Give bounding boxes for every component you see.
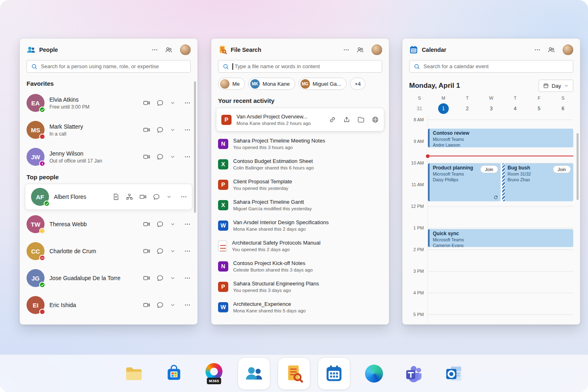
calendar-more-options-button[interactable] bbox=[534, 47, 541, 53]
video-call-button[interactable] bbox=[143, 220, 150, 228]
share-button[interactable] bbox=[343, 116, 350, 123]
event-product-planning[interactable]: Product planning Microsoft Teams Daisy P… bbox=[428, 163, 501, 201]
more-actions-button[interactable] bbox=[184, 100, 191, 106]
day-number[interactable]: 5 bbox=[534, 103, 544, 114]
day-number[interactable]: 31 bbox=[414, 103, 425, 114]
chat-button[interactable] bbox=[156, 126, 164, 134]
filter-chip-more-people[interactable]: +4 bbox=[350, 78, 366, 90]
video-call-button[interactable] bbox=[143, 301, 150, 309]
day-view-grid[interactable]: 8 AM 9 AM 10 AM 11 AM 12 PM 1 PM 2 PM 3 … bbox=[403, 116, 580, 324]
video-call-button[interactable] bbox=[143, 99, 150, 107]
taskbar-file-search-app[interactable] bbox=[278, 358, 310, 390]
video-call-button[interactable] bbox=[143, 247, 150, 255]
view-selector-day-button[interactable]: Day bbox=[539, 80, 573, 92]
filter-chip-me[interactable]: Me bbox=[218, 78, 245, 90]
expand-chevron-button[interactable] bbox=[166, 194, 172, 200]
video-call-button[interactable] bbox=[143, 126, 150, 134]
chat-button[interactable] bbox=[156, 220, 164, 228]
join-meeting-button[interactable]: Join bbox=[553, 165, 571, 173]
person-row-jose-guadalupe-de-la-torre[interactable]: JG Jose Guadalupe De la Torre bbox=[20, 265, 197, 292]
person-row-eric-ishida[interactable]: EI Eric Ishida bbox=[20, 292, 197, 318]
day-number[interactable]: 6 bbox=[558, 103, 568, 114]
event-quick-sync[interactable]: Quick sync Microsoft Teams Cameron Evans bbox=[428, 229, 573, 247]
file-row-client-proposal-template[interactable]: P Client Proposal Template You opened th… bbox=[212, 174, 389, 195]
file-row-contoso-budget-sheet[interactable]: X Contoso Budget Estimation Sheet Colin … bbox=[212, 154, 389, 174]
video-call-button[interactable] bbox=[139, 193, 147, 200]
more-actions-button[interactable] bbox=[184, 248, 191, 254]
file-search-more-options-button[interactable] bbox=[343, 47, 350, 53]
chat-button[interactable] bbox=[156, 247, 164, 255]
day-number[interactable]: 2 bbox=[462, 103, 472, 114]
file-row-van-arsdel-project-overview[interactable]: P Van Arsdel Project Overview... Mona Ka… bbox=[216, 108, 384, 131]
week-day-friday[interactable]: F 5 bbox=[527, 96, 551, 114]
taskbar-edge-browser[interactable] bbox=[358, 358, 390, 390]
file-row-sahara-timeline-gantt[interactable]: X Sahara Project Timeline Gantt Miguel G… bbox=[212, 195, 389, 215]
more-actions-button[interactable] bbox=[184, 275, 191, 281]
copy-link-button[interactable] bbox=[329, 116, 336, 123]
week-day-tuesday[interactable]: T 2 bbox=[455, 96, 479, 114]
people-search-input[interactable] bbox=[41, 63, 186, 69]
more-actions-button[interactable] bbox=[184, 127, 191, 133]
chat-button[interactable] bbox=[156, 301, 164, 309]
day-number-selected[interactable]: 1 bbox=[438, 103, 449, 114]
user-avatar[interactable] bbox=[563, 45, 573, 55]
taskbar-m365-app[interactable]: M365 bbox=[198, 358, 230, 390]
week-day-wednesday[interactable]: W 3 bbox=[479, 96, 503, 114]
taskbar-microsoft-store[interactable] bbox=[158, 358, 190, 390]
calendar-search-input[interactable] bbox=[423, 63, 569, 69]
person-row-albert-flores[interactable]: AF Albert Flores bbox=[25, 184, 192, 210]
chat-button[interactable] bbox=[156, 99, 164, 107]
filter-chip-miguel-garcia[interactable]: MG Miguel Ga... bbox=[298, 78, 347, 90]
file-row-safety-protocols-manual[interactable]: Architectural Safety Protocols Manual Yo… bbox=[212, 236, 389, 256]
taskbar-calendar-app[interactable] bbox=[318, 358, 350, 390]
expand-chevron-button[interactable] bbox=[170, 127, 176, 133]
person-row-mark-slattery[interactable]: MS Mark Slattery In a call bbox=[20, 116, 197, 143]
profile-document-button[interactable] bbox=[112, 193, 120, 200]
expand-chevron-button[interactable] bbox=[170, 221, 176, 227]
file-row-sahara-engineering-plans[interactable]: P Sahara Structural Engineering Plans Yo… bbox=[212, 276, 389, 297]
taskbar-outlook[interactable] bbox=[438, 358, 470, 390]
event-contoso-review[interactable]: Contoso review Microsoft Teams Andre Law… bbox=[428, 129, 573, 147]
week-day-thursday[interactable]: T 4 bbox=[503, 96, 527, 114]
file-row-sahara-meeting-notes[interactable]: N Sahara Project Timeline Meeting Notes … bbox=[212, 134, 389, 154]
org-chart-button[interactable] bbox=[126, 193, 133, 200]
chat-button[interactable] bbox=[156, 274, 164, 282]
more-actions-button[interactable] bbox=[180, 194, 187, 200]
calendar-scrollbar[interactable] bbox=[577, 133, 579, 200]
video-call-button[interactable] bbox=[143, 153, 150, 160]
chat-button[interactable] bbox=[156, 153, 164, 160]
file-row-van-arsdel-interior-specs[interactable]: W Van Arsdel Interior Design Specificati… bbox=[212, 215, 389, 236]
open-in-browser-button[interactable] bbox=[372, 116, 379, 123]
day-number[interactable]: 3 bbox=[486, 103, 497, 114]
week-day-sunday[interactable]: S 31 bbox=[408, 96, 432, 114]
file-row-architecture-experience[interactable]: W Architecture_Experience Mona Kane shar… bbox=[212, 297, 389, 317]
day-number[interactable]: 4 bbox=[510, 103, 521, 114]
person-row-jenny-wilson[interactable]: JW Jenny Wilson Out of office until 17 J… bbox=[20, 143, 197, 170]
event-bug-bush[interactable]: Bug bush Room 31/32 Bruno Zhao Join bbox=[502, 163, 573, 201]
expand-chevron-button[interactable] bbox=[170, 154, 176, 160]
expand-chevron-button[interactable] bbox=[170, 275, 176, 281]
open-folder-button[interactable] bbox=[357, 116, 365, 123]
user-avatar[interactable] bbox=[180, 45, 191, 55]
filter-chip-mona-kane[interactable]: MK Mona Kane bbox=[248, 78, 295, 90]
taskbar-teams[interactable] bbox=[398, 358, 430, 390]
taskbar-people-app[interactable] bbox=[238, 358, 270, 390]
taskbar-file-explorer[interactable] bbox=[118, 358, 150, 390]
file-search-people-button[interactable] bbox=[356, 46, 364, 53]
more-actions-button[interactable] bbox=[184, 154, 191, 160]
expand-chevron-button[interactable] bbox=[170, 248, 176, 254]
week-day-monday[interactable]: M 1 bbox=[432, 96, 456, 114]
people-directory-button[interactable] bbox=[165, 46, 172, 53]
file-search-input[interactable] bbox=[235, 63, 378, 69]
file-row-contoso-kickoff-notes[interactable]: N Contoso Project Kick-off Notes Celeste… bbox=[212, 256, 389, 276]
week-day-saturday[interactable]: S 6 bbox=[551, 96, 575, 114]
calendar-people-button[interactable] bbox=[548, 46, 555, 53]
expand-chevron-button[interactable] bbox=[170, 302, 176, 308]
people-scrollbar[interactable] bbox=[194, 81, 196, 213]
person-row-elvia-atkins[interactable]: EA Elvia Atkins Free until 3:00 PM bbox=[20, 89, 197, 116]
user-avatar[interactable] bbox=[372, 45, 382, 55]
join-meeting-button[interactable]: Join bbox=[480, 165, 498, 173]
expand-chevron-button[interactable] bbox=[170, 100, 176, 106]
more-actions-button[interactable] bbox=[184, 221, 191, 227]
people-more-options-button[interactable] bbox=[151, 47, 158, 53]
